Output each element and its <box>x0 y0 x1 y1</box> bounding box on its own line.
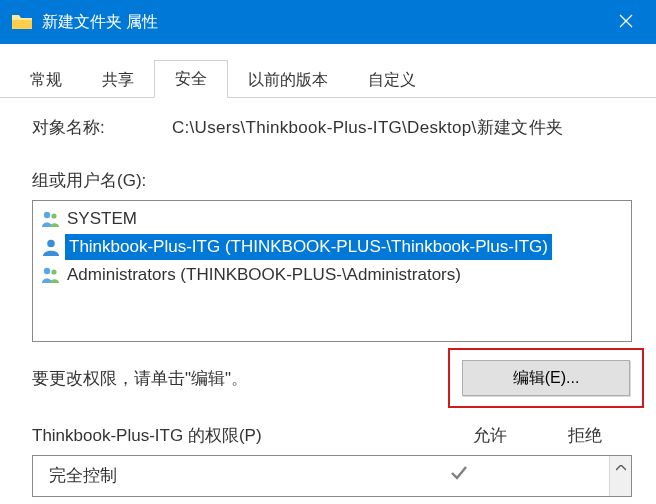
svg-point-5 <box>44 268 50 274</box>
svg-point-3 <box>51 213 56 218</box>
group-icon <box>41 210 65 228</box>
group-icon <box>41 266 65 284</box>
svg-point-6 <box>51 269 56 274</box>
tab-general[interactable]: 常规 <box>10 62 82 98</box>
tab-custom[interactable]: 自定义 <box>348 62 436 98</box>
permission-row: 完全控制 <box>41 460 601 490</box>
principals-list[interactable]: SYSTEMThinkbook-Plus-ITG (THINKBOOK-PLUS… <box>32 200 632 342</box>
object-name-label: 对象名称: <box>32 116 172 139</box>
user-icon <box>41 238 65 256</box>
tab-previous-versions[interactable]: 以前的版本 <box>228 62 348 98</box>
edit-hint-label: 要更改权限，请单击"编辑"。 <box>32 367 462 390</box>
groups-label: 组或用户名(G): <box>32 169 632 192</box>
list-item-label: SYSTEM <box>65 206 139 232</box>
title-bar: 新建文件夹 属性 <box>0 0 656 44</box>
security-panel: 对象名称: C:\Users\Thinkbook-Plus-ITG\Deskto… <box>0 98 656 497</box>
check-icon <box>450 466 468 485</box>
list-item[interactable]: SYSTEM <box>33 205 631 233</box>
close-icon <box>619 14 633 31</box>
edit-permissions-button[interactable]: 编辑(E)... <box>462 360 630 396</box>
list-item-label: Thinkbook-Plus-ITG (THINKBOOK-PLUS-\Thin… <box>65 234 552 260</box>
window-title: 新建文件夹 属性 <box>42 12 158 33</box>
scroll-up-button[interactable] <box>610 456 631 476</box>
close-button[interactable] <box>596 0 656 44</box>
permission-name: 完全控制 <box>41 464 411 487</box>
object-name-value: C:\Users\Thinkbook-Plus-ITG\Desktop\新建文件… <box>172 116 632 139</box>
list-item[interactable]: Administrators (THINKBOOK-PLUS-\Administ… <box>33 261 631 289</box>
tab-security[interactable]: 安全 <box>154 60 228 98</box>
column-allow: 允许 <box>442 424 537 447</box>
scrollbar[interactable] <box>609 456 631 496</box>
svg-point-2 <box>44 212 50 218</box>
permissions-list: 完全控制 <box>32 455 632 497</box>
list-item-label: Administrators (THINKBOOK-PLUS-\Administ… <box>65 262 463 288</box>
chevron-up-icon <box>616 456 626 476</box>
tab-share[interactable]: 共享 <box>82 62 154 98</box>
permission-allow <box>411 465 506 486</box>
svg-point-4 <box>47 240 55 248</box>
column-deny: 拒绝 <box>537 424 632 447</box>
tab-strip: 常规 共享 安全 以前的版本 自定义 <box>0 44 656 98</box>
permissions-title: Thinkbook-Plus-ITG 的权限(P) <box>32 424 442 447</box>
list-item[interactable]: Thinkbook-Plus-ITG (THINKBOOK-PLUS-\Thin… <box>33 233 631 261</box>
folder-icon <box>12 14 32 30</box>
